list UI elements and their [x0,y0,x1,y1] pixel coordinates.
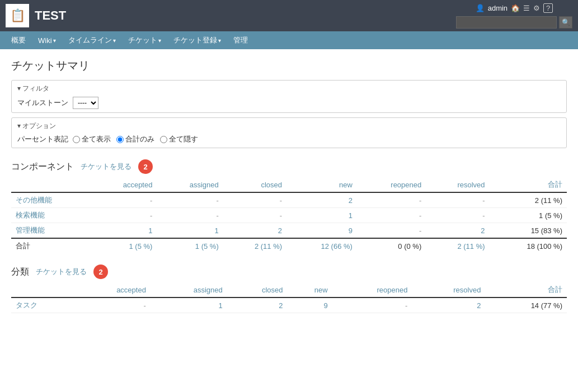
category-row-total-1: 14 (77 %) [485,297,567,313]
logo-area: 📋 TEST [6,4,66,27]
component-section-title: コンポーネント [11,161,74,173]
category-badge: 2 [93,265,108,279]
search-button[interactable]: 🔍 [559,16,572,29]
component-row-new-3[interactable]: 9 [286,223,357,239]
component-row-accepted-3[interactable]: 1 [90,223,157,239]
component-total-new[interactable]: 12 (66 %) [286,238,357,253]
category-row-resolved-1[interactable]: 2 [412,297,485,313]
component-row-assigned-2: - [157,208,223,223]
cat-col-header-closed: closed [227,282,288,297]
radio-total[interactable] [116,136,124,143]
col-header-new: new [286,177,357,192]
top-header: 📋 TEST 👤 admin 🏠 ☰ ⚙ ? 🔍 [0,0,578,31]
milestone-select[interactable]: ---- [73,97,98,109]
component-row-reopened-3: - [357,223,426,239]
component-row-resolved-3[interactable]: 2 [426,223,489,239]
nav-item-summary[interactable]: 概要 [6,32,31,48]
category-row-new-1[interactable]: 9 [288,297,332,313]
category-table-header-row: accepted assigned closed new reopened re… [11,282,567,297]
table-row: タスク - 1 2 9 - 2 14 (77 %) [11,297,567,313]
nav-label-admin: 管理 [233,35,248,45]
cat-col-header-name [11,282,73,297]
nav-label-summary: 概要 [11,35,26,45]
radio-hide-label[interactable]: 全て隠す [160,134,198,144]
page-title: チケットサマリ [11,58,567,73]
category-section-title: 分類 [11,266,29,278]
option-panel-title[interactable]: オプション [17,121,561,131]
component-row-closed-3[interactable]: 2 [223,223,286,239]
component-total-accepted[interactable]: 1 (5 %) [90,238,157,253]
category-row-closed-1[interactable]: 2 [227,297,288,313]
nav-item-admin[interactable]: 管理 [228,32,253,48]
component-row-closed-1: - [223,192,286,208]
radio-all[interactable] [73,136,80,143]
component-total-resolved[interactable]: 2 (11 %) [426,238,489,253]
nav-item-timeline[interactable]: タイムライン ▾ [63,32,121,48]
page-content: チケットサマリ フィルタ マイルストーン ---- オプション パーセント表記 … [0,49,578,328]
component-row-closed-2: - [223,208,286,223]
component-row-assigned-3[interactable]: 1 [157,223,223,239]
nav-item-wiki[interactable]: Wiki ▾ [32,34,62,48]
list-icon[interactable]: ☰ [523,4,530,12]
radio-hide-text: 全て隠す [169,134,198,144]
col-header-resolved: resolved [426,177,489,192]
col-header-reopened: reopened [357,177,426,192]
radio-total-text: 合計のみ [125,134,154,144]
search-row: 🔍 [456,16,572,29]
radio-total-label[interactable]: 合計のみ [116,134,154,144]
user-icon: 👤 [476,4,485,12]
component-row-new-1[interactable]: 2 [286,192,357,208]
gear-icon[interactable]: ⚙ [533,4,540,12]
nav-item-ticket[interactable]: チケット ▾ [123,32,167,48]
component-row-name-3[interactable]: 管理機能 [11,223,90,239]
col-header-assigned: assigned [157,177,223,192]
cat-col-header-assigned: assigned [151,282,227,297]
component-row-reopened-2: - [357,208,426,223]
component-row-name-1[interactable]: その他機能 [11,192,90,208]
component-badge: 2 [138,159,153,174]
component-row-name-2[interactable]: 検索機能 [11,208,90,223]
category-view-link[interactable]: チケットを見る [36,267,87,277]
nav-label-ticket: チケット [128,35,157,45]
nav-bar: 概要 Wiki ▾ タイムライン ▾ チケット ▾ チケット登録 ▾ 管理 [0,31,578,49]
component-total-assigned[interactable]: 1 (5 %) [157,238,223,253]
nav-label-wiki: Wiki [38,36,52,45]
nav-item-new-ticket[interactable]: チケット登録 ▾ [168,32,227,48]
milestone-label: マイルストーン [17,98,68,108]
filter-panel-title[interactable]: フィルタ [17,84,561,93]
component-row-resolved-2: - [426,208,489,223]
timeline-arrow-icon: ▾ [113,37,116,44]
component-table-header-row: accepted assigned closed new reopened re… [11,177,567,192]
table-row: 検索機能 - - - 1 - - 1 (5 %) [11,208,567,223]
nav-label-new-ticket: チケット登録 [173,35,217,45]
component-row-accepted-1: - [90,192,157,208]
category-row-name-1[interactable]: タスク [11,297,73,313]
col-header-name [11,177,90,192]
help-icon[interactable]: ? [543,3,553,13]
component-total-name: 合計 [11,238,90,253]
category-row-assigned-1[interactable]: 1 [151,297,227,313]
new-ticket-arrow-icon: ▾ [218,37,221,44]
radio-all-text: 全て表示 [82,134,111,144]
cat-col-header-total: 合計 [485,282,567,297]
top-right-area: 👤 admin 🏠 ☰ ⚙ ? 🔍 [456,3,572,29]
col-header-closed: closed [223,177,286,192]
component-row-total-1: 2 (11 %) [490,192,567,208]
radio-all-label[interactable]: 全て表示 [73,134,111,144]
filter-panel-row: マイルストーン ---- [17,97,561,109]
radio-hide[interactable] [160,136,167,143]
component-total-reopened: 0 (0 %) [357,238,426,253]
search-input[interactable] [456,16,557,29]
component-row-reopened-1: - [357,192,426,208]
component-section-header: コンポーネント チケットを見る 2 [11,159,567,174]
category-section-header: 分類 チケットを見る 2 [11,265,567,279]
component-total-closed[interactable]: 2 (11 %) [223,238,286,253]
admin-label[interactable]: admin [488,4,507,12]
component-row-new-2[interactable]: 1 [286,208,357,223]
nav-label-timeline: タイムライン [68,35,112,45]
component-view-link[interactable]: チケットを見る [81,162,131,172]
filter-panel: フィルタ マイルストーン ---- [11,80,567,113]
component-row-resolved-1: - [426,192,489,208]
home-icon[interactable]: 🏠 [511,4,520,12]
category-row-accepted-1: - [73,297,151,313]
